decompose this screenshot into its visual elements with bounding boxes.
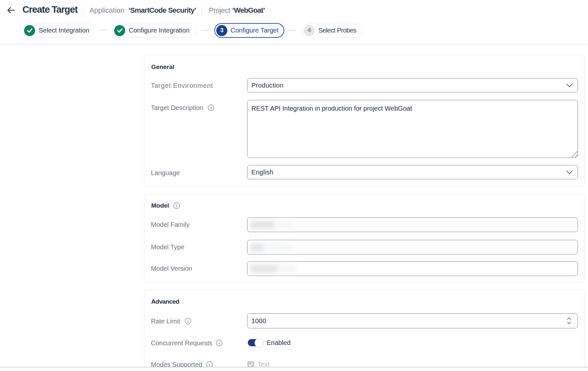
svg-text:i: i — [219, 341, 220, 346]
svg-text:i: i — [176, 203, 177, 208]
svg-text:i: i — [210, 105, 212, 110]
svg-text:i: i — [209, 362, 210, 367]
svg-text:i: i — [187, 319, 189, 324]
